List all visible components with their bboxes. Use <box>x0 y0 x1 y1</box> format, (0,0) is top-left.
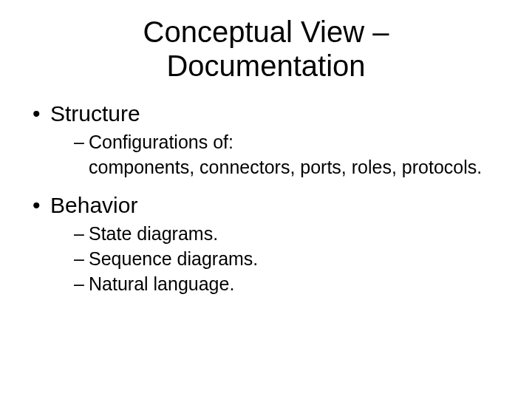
section-structure: Structure Configurations of: components,… <box>30 101 502 180</box>
behavior-item-state: State diagrams. <box>74 222 502 245</box>
behavior-item-sequence: Sequence diagrams. <box>74 248 502 270</box>
structure-item-configurations: Configurations of: <box>74 131 502 154</box>
section-behavior: Behavior State diagrams. Sequence diagra… <box>30 193 502 296</box>
section-heading: Behavior <box>50 193 137 217</box>
section-heading: Structure <box>50 101 140 126</box>
structure-sublist: Configurations of: components, connector… <box>50 131 502 180</box>
behavior-sublist: State diagrams. Sequence diagrams. Natur… <box>50 222 502 296</box>
behavior-item-natural: Natural language. <box>74 273 502 296</box>
structure-item-configurations-detail: components, connectors, ports, roles, pr… <box>74 156 502 179</box>
main-list: Structure Configurations of: components,… <box>30 101 502 296</box>
slide-title: Conceptual View – Documentation <box>30 15 502 83</box>
